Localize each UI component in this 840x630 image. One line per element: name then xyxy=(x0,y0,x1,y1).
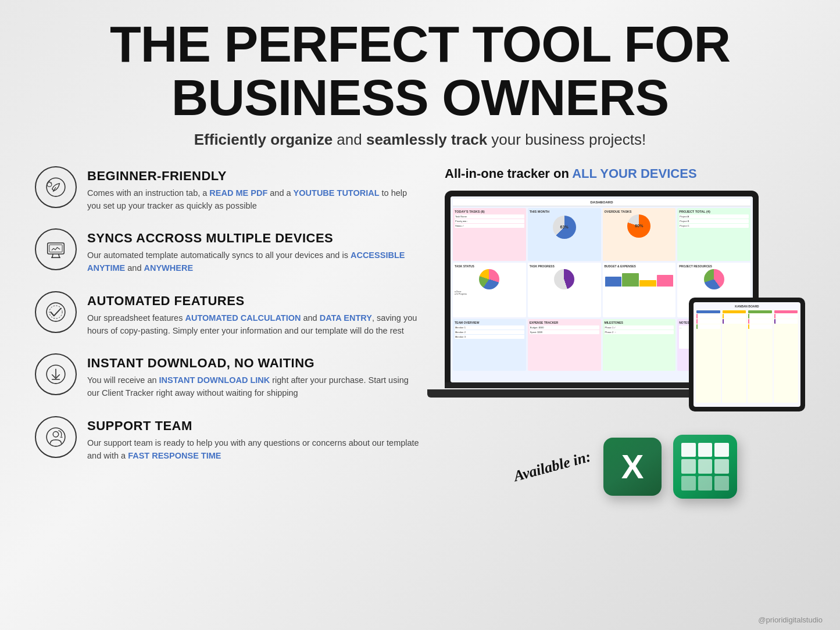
beginner-friendly-icon xyxy=(35,166,77,208)
sheets-cell-6 xyxy=(714,459,729,474)
automated-icon xyxy=(35,291,77,333)
sheets-cell-8 xyxy=(698,476,713,491)
feature-support: SUPPORT TEAM Our support team is ready t… xyxy=(35,416,421,463)
sheets-grid xyxy=(673,435,737,499)
dash-card-7: BUDGET & EXPENSES xyxy=(603,263,676,317)
subtitle-bold2: seamlessly track xyxy=(366,131,487,148)
title-line1: THE PERFECT TOOL FOR xyxy=(110,15,730,73)
kanban-columns xyxy=(696,310,798,403)
highlight-anytime: ACCESSIBLE ANYTIME xyxy=(87,250,405,273)
svg-line-4 xyxy=(59,254,60,257)
kanban-card-3 xyxy=(696,324,720,329)
feature-support-desc: Our support team is ready to help you wi… xyxy=(87,437,421,463)
highlight-autocalc: AUTOMATED CALCULATION xyxy=(185,313,301,323)
feature-syncs-title: SYNCS ACCROSS MULTIPLE DEVICES xyxy=(87,231,421,246)
footer: @prioridigitalstudio xyxy=(758,615,823,624)
kanban-card-7 xyxy=(748,319,772,324)
kanban-card-9 xyxy=(774,314,798,318)
highlight-fastresponse: FAST RESPONSE TIME xyxy=(128,451,221,460)
syncs-icon xyxy=(35,228,77,270)
sheets-cell-1 xyxy=(681,443,696,457)
subtitle-middle: and xyxy=(333,131,366,148)
sheets-icon xyxy=(673,435,737,499)
feature-automated: AUTOMATED FEATURES Our spreadsheet featu… xyxy=(35,291,421,338)
monitor-icon xyxy=(45,238,67,260)
feature-automated-desc: Our spreadsheet features AUTOMATED CALCU… xyxy=(87,312,421,338)
svg-rect-6 xyxy=(49,245,62,252)
main-title: THE PERFECT TOOL FOR BUSINESS OWNERS xyxy=(35,17,805,125)
feature-beginner-text: BEGINNER-FRIENDLY Comes with an instruct… xyxy=(87,166,421,213)
kanban-col-inprogress xyxy=(722,310,747,403)
svg-point-12 xyxy=(53,431,59,437)
feature-automated-text: AUTOMATED FEATURES Our spreadsheet featu… xyxy=(87,291,421,338)
highlight-youtube: YOUTUBE TUTORIAL xyxy=(294,188,380,198)
kanban-card-6 xyxy=(748,314,772,318)
features-column: BEGINNER-FRIENDLY Comes with an instruct… xyxy=(35,166,421,499)
feature-syncs: SYNCS ACCROSS MULTIPLE DEVICES Our autom… xyxy=(35,228,421,275)
devices-title: All-in-one tracker on ALL YOUR DEVICES xyxy=(445,166,805,181)
devices-title-accent: ALL YOUR DEVICES xyxy=(572,166,696,181)
svg-line-3 xyxy=(52,254,53,257)
download-icon xyxy=(45,363,67,385)
device-mockup: DASHBOARD TODAY'S TASKS (6) Task Name Pr… xyxy=(445,191,805,411)
feature-syncs-desc: Our automated template automatically syn… xyxy=(87,249,421,275)
kanban-card-8 xyxy=(748,324,772,329)
footer-handle: @prioridigitalstudio xyxy=(758,615,823,624)
dash-card-3: OVERDUE TASKS 80% xyxy=(603,208,676,261)
sheets-cell-7 xyxy=(681,476,696,491)
subtitle-suffix: your business projects! xyxy=(487,131,646,148)
dash-card-10: EXPENSE TRACKER Budget: $500 Spent: $320 xyxy=(528,319,601,371)
feature-support-title: SUPPORT TEAM xyxy=(87,418,421,434)
highlight-downloadlink: INSTANT DOWNLOAD LINK xyxy=(159,375,270,385)
tablet-screen: KANBAN BOARD xyxy=(694,302,800,407)
title-line2: BUSINESS OWNERS xyxy=(171,69,669,126)
highlight-readme: READ ME PDF xyxy=(209,188,267,198)
dash-card-4: PROJECT TOTAL (4) Project A Project B Pr… xyxy=(677,208,750,261)
right-column: All-in-one tracker on ALL YOUR DEVICES D… xyxy=(445,166,805,499)
kanban-col-done xyxy=(774,310,799,403)
main-container: THE PERFECT TOOL FOR BUSINESS OWNERS Eff… xyxy=(0,0,840,630)
kanban-card-2 xyxy=(696,319,720,324)
kanban-card-10 xyxy=(774,319,798,324)
content-area: BEGINNER-FRIENDLY Comes with an instruct… xyxy=(35,166,805,499)
person-icon xyxy=(45,426,67,448)
sheets-cell-9 xyxy=(714,476,729,491)
highlight-anywhere: ANYWHERE xyxy=(144,263,194,273)
kanban-card-5 xyxy=(723,319,746,324)
feature-beginner-desc: Comes with an instruction tab, a READ ME… xyxy=(87,187,421,213)
checkmark-icon xyxy=(45,301,67,323)
feature-download-text: INSTANT DOWNLOAD, NO WAITING You will re… xyxy=(87,353,421,400)
download-icon-container xyxy=(35,353,77,395)
kanban-card-1 xyxy=(696,314,720,318)
feature-beginner-title: BEGINNER-FRIENDLY xyxy=(87,169,421,184)
highlight-dataentry: DATA ENTRY xyxy=(320,313,372,323)
kanban-header: KANBAN BOARD xyxy=(696,305,798,308)
sheets-cell-4 xyxy=(681,459,696,474)
header-section: THE PERFECT TOOL FOR BUSINESS OWNERS Eff… xyxy=(35,17,805,149)
kanban-col-review xyxy=(748,310,773,403)
feature-download-desc: You will receive an INSTANT DOWNLOAD LIN… xyxy=(87,374,421,400)
dash-card-1: TODAY'S TASKS (6) Task Name Priority ●●○… xyxy=(453,208,526,261)
feature-download-title: INSTANT DOWNLOAD, NO WAITING xyxy=(87,356,421,371)
support-icon-container xyxy=(35,416,77,458)
leaf-icon xyxy=(45,176,67,198)
available-section: Available in: X xyxy=(445,435,805,499)
feature-beginner-friendly: BEGINNER-FRIENDLY Comes with an instruct… xyxy=(35,166,421,213)
tablet-mockup: KANBAN BOARD xyxy=(689,298,805,411)
sheets-cell-3 xyxy=(714,443,729,457)
feature-download: INSTANT DOWNLOAD, NO WAITING You will re… xyxy=(35,353,421,400)
dash-card-6: TASK PROGRESS xyxy=(528,263,601,317)
subtitle: Efficiently organize and seamlessly trac… xyxy=(35,131,805,149)
subtitle-bold1: Efficiently organize xyxy=(194,131,333,148)
dash-card-11: MILESTONES Phase 1 ✓ Phase 2 → xyxy=(603,319,676,371)
dash-card-2: THIS MONTH 63% xyxy=(528,208,601,261)
available-label: Available in: xyxy=(512,448,592,485)
kanban-col-todo xyxy=(696,310,721,403)
feature-support-text: SUPPORT TEAM Our support team is ready t… xyxy=(87,416,421,463)
dashboard-header: DASHBOARD xyxy=(453,199,750,206)
dash-card-9: TEAM OVERVIEW Member 1 Member 2 Member 3 xyxy=(453,319,526,371)
dash-card-5: TASK STATUS ● Done● In Progress xyxy=(453,263,526,317)
excel-letter: X xyxy=(621,447,644,486)
excel-icon: X xyxy=(603,438,662,496)
feature-syncs-text: SYNCS ACCROSS MULTIPLE DEVICES Our autom… xyxy=(87,228,421,275)
